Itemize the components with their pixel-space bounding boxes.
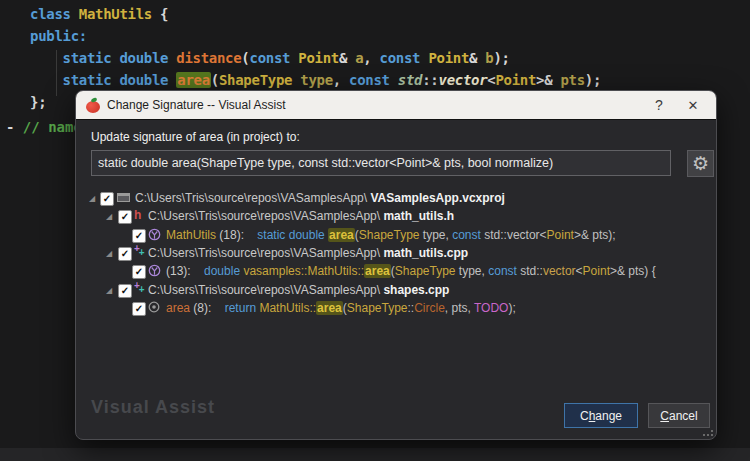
code-segment: shapes.cpp	[383, 283, 449, 297]
tree-row-text: C:\Users\Tris\source\repos\VASamplesApp\…	[135, 191, 505, 205]
code-segment: );	[508, 301, 515, 315]
checkbox[interactable]: ✓	[118, 247, 132, 261]
checkbox[interactable]: ✓	[132, 229, 146, 243]
code-segment: vector	[543, 264, 576, 278]
code-segment: (	[241, 50, 249, 66]
code-segment: vector	[439, 72, 488, 88]
signature-input[interactable]	[91, 150, 671, 176]
method-icon	[148, 228, 163, 242]
expand-collapse-icon[interactable]: ◢	[89, 194, 95, 203]
checkbox[interactable]: ✓	[132, 302, 146, 316]
code-segment: ShapeType	[347, 301, 408, 315]
code-segment: ,	[333, 72, 349, 88]
code-segment: type,	[420, 228, 453, 242]
code-segment: Point	[495, 72, 536, 88]
code-segment: public:	[30, 28, 87, 44]
code-segment: ,	[363, 50, 379, 66]
code-segment: area	[328, 228, 355, 242]
header-file-icon: h	[134, 208, 149, 222]
code-segment: ShapeType	[395, 264, 456, 278]
tree-row[interactable]: ✓MathUtils (18): static double area(Shap…	[76, 227, 716, 245]
code-segment: (8):	[193, 301, 224, 315]
code-segment: Point	[583, 264, 610, 278]
tree-row[interactable]: ◢✓hC:\Users\Tris\source\repos\VASamplesA…	[76, 208, 716, 226]
code-segment: std	[398, 72, 422, 88]
code-segment: class	[30, 6, 79, 22]
tree-row[interactable]: ◢✓++C:\Users\Tris\source\repos\VASamples…	[76, 245, 716, 263]
code-segment: -	[6, 119, 23, 135]
update-signature-label: Update signature of area (in project) to…	[91, 130, 300, 144]
code-segment: &	[339, 50, 355, 66]
code-segment: ShapeType	[359, 228, 420, 242]
close-icon[interactable]: ✕	[676, 98, 710, 113]
code-segment: ::	[422, 72, 438, 88]
checkbox[interactable]: ✓	[132, 265, 146, 279]
help-button[interactable]: ?	[642, 97, 676, 113]
checkbox[interactable]: ✓	[118, 210, 132, 224]
code-segment: {	[160, 6, 168, 22]
code-segment: const	[349, 72, 398, 88]
indent-guide	[56, 50, 57, 96]
checkbox[interactable]: ✓	[118, 284, 132, 298]
code-segment: math_utils.cpp	[383, 246, 468, 260]
tree-row[interactable]: ✓(13): double vasamples::MathUtils::area…	[76, 263, 716, 281]
code-segment: distance	[176, 50, 241, 66]
code-line: class MathUtils {	[30, 6, 168, 22]
dialog-title: Change Signature -- Visual Assist	[107, 98, 286, 112]
code-segment: };	[30, 94, 46, 110]
code-segment: C:\Users\Tris\source\repos\VASamplesApp\	[148, 246, 383, 260]
code-segment: TODO	[474, 301, 508, 315]
code-segment: vasamples::MathUtils::	[243, 264, 364, 278]
code-segment: static double	[30, 72, 176, 88]
taskbar-strip	[0, 448, 750, 461]
code-segment: static double	[30, 50, 176, 66]
dialog-titlebar[interactable]: Change Signature -- Visual Assist ? ✕	[76, 91, 716, 120]
code-segment: const	[452, 228, 481, 242]
cpp-file-icon: ++	[134, 283, 149, 297]
code-segment: Point	[547, 228, 574, 242]
code-segment: C:\Users\Tris\source\repos\VASamplesApp\	[135, 191, 370, 205]
tree-row-text: C:\Users\Tris\source\repos\VASamplesApp\…	[148, 246, 468, 260]
cpp-file-icon: ++	[134, 246, 149, 260]
code-segment: double	[204, 264, 243, 278]
code-segment: Point	[428, 50, 469, 66]
tree-row[interactable]: ◢✓++C:\Users\Tris\source\repos\VASamples…	[76, 282, 716, 300]
project-icon	[117, 193, 130, 202]
checkbox[interactable]: ✓	[100, 192, 114, 206]
reference-icon	[148, 301, 163, 315]
code-segment: const	[488, 264, 517, 278]
resize-grip[interactable]	[705, 428, 713, 436]
code-segment: C:\Users\Tris\source\repos\VASamplesApp\	[148, 283, 383, 297]
change-button[interactable]: Change	[564, 403, 638, 428]
code-segment: area	[364, 264, 391, 278]
tree-row-text: area (8): return MathUtils::area(ShapeTy…	[166, 301, 516, 315]
code-segment: Point	[298, 50, 339, 66]
code-segment: (13):	[166, 264, 204, 278]
code-segment: area	[166, 301, 193, 315]
code-segment: std::vector<	[481, 228, 547, 242]
code-segment: type,	[456, 264, 489, 278]
code-line: static double distance(const Point& a, c…	[30, 50, 510, 66]
gear-icon[interactable]: ⚙	[687, 150, 714, 177]
change-signature-dialog: Change Signature -- Visual Assist ? ✕ Up…	[75, 90, 717, 440]
code-segment: (18):	[219, 228, 257, 242]
tree-row-text: (13): double vasamples::MathUtils::area(…	[166, 264, 656, 278]
expand-collapse-icon[interactable]: ◢	[106, 249, 112, 258]
screen: class MathUtils {public: static double d…	[0, 0, 750, 461]
tree-row-text: C:\Users\Tris\source\repos\VASamplesApp\…	[148, 283, 449, 297]
code-segment: (	[211, 72, 219, 88]
tree-row-text: C:\Users\Tris\source\repos\VASamplesApp\…	[148, 209, 454, 223]
cancel-button[interactable]: Cancel	[648, 403, 710, 428]
code-segment: Circle	[414, 301, 445, 315]
code-line: };	[30, 94, 46, 110]
tree-row[interactable]: ◢✓C:\Users\Tris\source\repos\VASamplesAp…	[76, 190, 716, 208]
expand-collapse-icon[interactable]: ◢	[106, 286, 112, 295]
code-segment: return	[225, 301, 260, 315]
tree-row[interactable]: ✓area (8): return MathUtils::area(ShapeT…	[76, 300, 716, 318]
code-segment: &	[469, 50, 485, 66]
expand-collapse-icon[interactable]: ◢	[106, 212, 112, 221]
code-segment: C:\Users\Tris\source\repos\VASamplesApp\	[148, 209, 383, 223]
code-segment: <	[576, 264, 583, 278]
code-segment: VASamplesApp.vcxproj	[370, 191, 504, 205]
code-line: static double area(ShapeType type, const…	[30, 72, 601, 88]
